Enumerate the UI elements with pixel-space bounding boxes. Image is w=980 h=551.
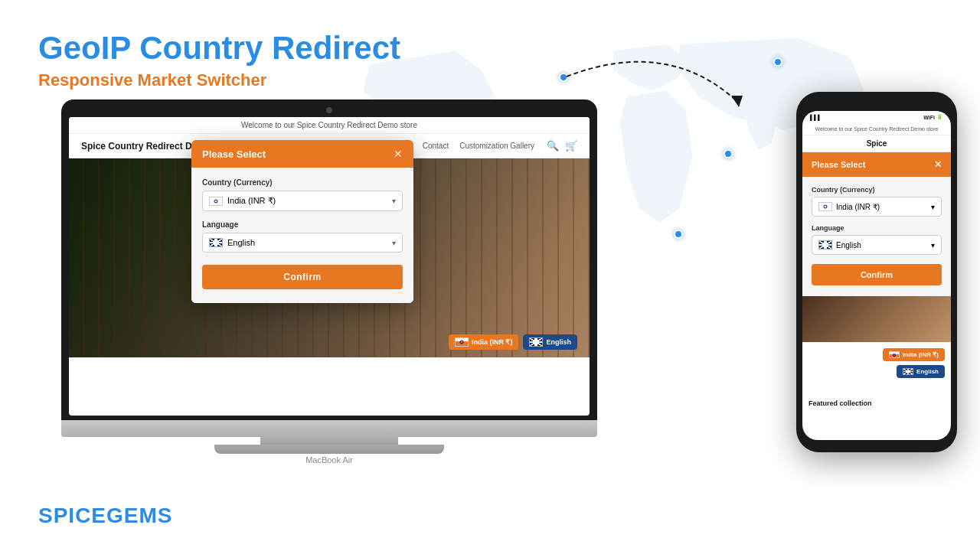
phone-language-value: English: [836, 241, 861, 249]
header: GeoIP Country Redirect Responsive Market…: [38, 31, 400, 90]
phone-chevron-country: ▾: [931, 203, 935, 211]
phone-language-pill[interactable]: English: [897, 365, 945, 378]
chevron-down-icon-lang: ▾: [392, 239, 396, 247]
battery-icon: 🔋: [936, 114, 943, 120]
india-flag-icon: [455, 337, 469, 347]
phone-country-label: Country (Currency): [812, 186, 942, 194]
laptop-modal: Please Select ✕ Country (Currency) India…: [191, 140, 413, 303]
laptop-base: [61, 420, 597, 437]
phone-store-name: Spice: [802, 135, 951, 152]
brand-name: SPICEGEMS: [38, 504, 172, 528]
phone-modal-close[interactable]: ✕: [934, 159, 942, 170]
chevron-down-icon: ▾: [392, 197, 396, 205]
search-icon[interactable]: 🔍: [547, 140, 559, 152]
phone-language-label: Language: [812, 224, 942, 232]
phone-modal-body: Country (Currency) India (INR ₹) ▾ Langu…: [802, 177, 951, 296]
language-pill-label: English: [546, 338, 571, 346]
phone-bottom-pills: India (INR ₹) English: [802, 342, 951, 396]
nav-contact[interactable]: Contact: [423, 142, 449, 151]
phone-country-pill[interactable]: India (INR ₹): [883, 348, 945, 361]
country-field-label: Country (Currency): [202, 178, 403, 187]
laptop-model-label: MacBook Air: [61, 455, 597, 465]
wifi-icon: WiFi: [923, 115, 935, 120]
store-icons: 🔍 🛒: [547, 140, 577, 152]
phone-modal-header: Please Select ✕: [802, 152, 951, 177]
language-select[interactable]: English ▾: [202, 233, 403, 253]
laptop-device: Welcome to our Spice Country Redirect De…: [61, 99, 597, 465]
modal-title: Please Select: [202, 148, 266, 160]
modal-header: Please Select ✕: [191, 140, 413, 168]
laptop-bottom-pills: India (INR ₹) English: [449, 334, 577, 350]
laptop-camera: [326, 107, 332, 113]
status-bar: ▌▌▌ WiFi 🔋: [802, 111, 951, 123]
phone-hero-glimpse: [802, 296, 951, 342]
laptop-foot: [214, 445, 444, 454]
subtitle: Responsive Market Switcher: [38, 70, 400, 90]
phone-screen: ▌▌▌ WiFi 🔋 Welcome to our Spice Country …: [802, 111, 951, 440]
phone-device: ▌▌▌ WiFi 🔋 Welcome to our Spice Country …: [796, 92, 957, 452]
phone-modal-title: Please Select: [812, 160, 865, 169]
main-title: GeoIP Country Redirect: [38, 31, 400, 66]
phone-confirm-button[interactable]: Confirm: [812, 264, 942, 285]
phone-modal: Please Select ✕ Country (Currency) India…: [802, 152, 951, 296]
phone-language-pill-text: English: [916, 368, 939, 375]
country-pill-label: India (INR ₹): [472, 338, 513, 346]
status-icons: WiFi 🔋: [923, 114, 943, 120]
language-field-label: Language: [202, 220, 403, 229]
country-select-value: India (INR ₹): [227, 196, 276, 206]
country-pill-laptop[interactable]: India (INR ₹): [449, 334, 519, 350]
phone-country-pill-text: India (INR ₹): [903, 351, 939, 358]
phone-language-select[interactable]: English ▾: [812, 235, 942, 255]
language-select-value: English: [227, 238, 255, 247]
store-topbar: Welcome to our Spice Country Redirect De…: [69, 117, 590, 134]
phone-notch: [846, 101, 907, 109]
phone-uk-flag-pill: [903, 368, 913, 375]
signal-icon: ▌▌▌: [810, 115, 822, 120]
india-flag-select: [209, 197, 223, 206]
cart-icon[interactable]: 🛒: [565, 140, 577, 152]
phone-chevron-lang: ▾: [931, 241, 935, 249]
country-select[interactable]: India (INR ₹) ▾: [202, 191, 403, 211]
phone-uk-flag: [818, 240, 832, 249]
laptop-screen: Welcome to our Spice Country Redirect De…: [69, 117, 590, 416]
uk-flag-select: [209, 238, 223, 247]
location-pin-4: [674, 230, 683, 239]
nav-customization[interactable]: Customization Gallery: [459, 142, 534, 151]
modal-close-button[interactable]: ✕: [394, 148, 403, 160]
confirm-button-laptop[interactable]: Confirm: [202, 265, 403, 289]
phone-country-value: India (INR ₹): [836, 203, 880, 211]
location-pin-3: [724, 149, 733, 158]
title-black: GeoIP: [38, 30, 131, 66]
location-pin-2: [773, 57, 782, 67]
phone-featured-label: Featured collection: [802, 396, 951, 411]
phone-india-flag: [818, 202, 832, 211]
location-pin-1: [559, 73, 568, 82]
phone-country-select[interactable]: India (INR ₹) ▾: [812, 197, 942, 217]
language-pill-laptop[interactable]: English: [523, 334, 577, 350]
modal-body: Country (Currency) India (INR ₹) ▾ Langu…: [191, 168, 413, 303]
phone-frame: ▌▌▌ WiFi 🔋 Welcome to our Spice Country …: [796, 92, 957, 452]
phone-india-flag-pill: [889, 351, 900, 358]
laptop-stand: [260, 437, 398, 445]
title-blue: Country Redirect: [139, 30, 400, 66]
phone-topbar: Welcome to our Spice Country Redirect De…: [802, 123, 951, 135]
uk-flag-icon-bottom: [529, 337, 543, 347]
